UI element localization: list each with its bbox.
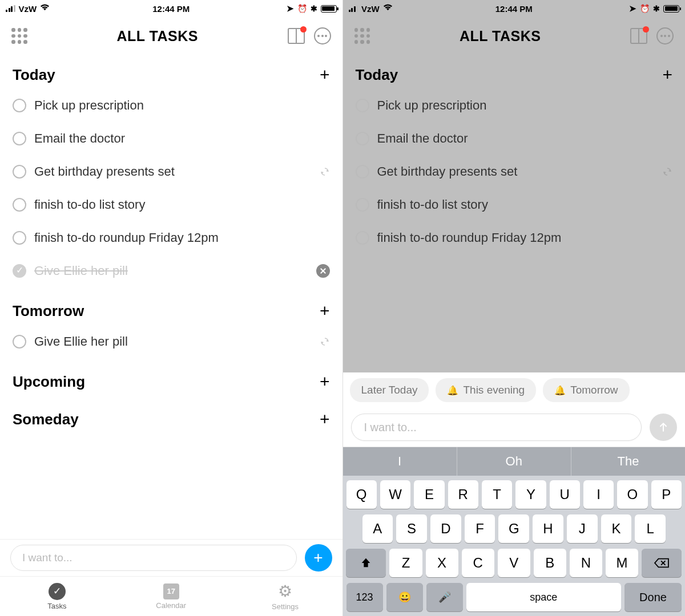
task-text[interactable]: Pick up prescription xyxy=(377,98,673,113)
task-row[interactable]: Get birthday presents set xyxy=(356,155,673,188)
menu-grid-icon[interactable] xyxy=(354,28,370,44)
task-checkbox[interactable] xyxy=(13,165,26,179)
task-checkbox[interactable] xyxy=(356,198,369,212)
key-b[interactable]: B xyxy=(534,549,566,577)
key-r[interactable]: R xyxy=(448,480,478,509)
task-row-completed[interactable]: Give Ellie her pill xyxy=(13,254,330,287)
more-icon[interactable] xyxy=(314,27,331,44)
add-tomorrow-button[interactable]: + xyxy=(320,301,330,321)
add-upcoming-button[interactable]: + xyxy=(320,372,330,391)
key-p[interactable]: P xyxy=(651,480,682,509)
more-icon[interactable] xyxy=(656,27,674,44)
task-text[interactable]: Give Ellie her pill xyxy=(34,334,312,349)
task-text[interactable]: finish to-do roundup Friday 12pm xyxy=(377,230,673,245)
task-checkbox[interactable] xyxy=(13,335,26,348)
chip-tomorrow[interactable]: 🔔Tomorrow xyxy=(543,378,629,402)
tab-calendar[interactable]: 17 Calendar xyxy=(114,577,228,616)
add-someday-button[interactable]: + xyxy=(320,410,330,429)
task-checkbox[interactable] xyxy=(356,231,369,245)
task-row[interactable]: Give Ellie her pill xyxy=(13,325,330,358)
key-j[interactable]: J xyxy=(567,514,598,543)
tab-settings[interactable]: ⚙ Settings xyxy=(228,577,342,616)
key-v[interactable]: V xyxy=(498,549,530,577)
key-o[interactable]: O xyxy=(617,480,647,509)
task-text[interactable]: Get birthday presents set xyxy=(377,164,655,179)
key-w[interactable]: W xyxy=(380,480,410,509)
delete-task-icon[interactable] xyxy=(316,264,330,278)
task-text[interactable]: Pick up prescription xyxy=(34,98,330,113)
key-mic[interactable]: 🎤 xyxy=(426,583,463,611)
menu-grid-icon[interactable] xyxy=(11,28,27,44)
submit-task-button[interactable] xyxy=(650,414,677,441)
key-d[interactable]: D xyxy=(430,514,461,543)
key-k[interactable]: K xyxy=(601,514,632,543)
quick-add-input[interactable]: I want to... xyxy=(10,545,297,571)
key-q[interactable]: Q xyxy=(346,480,377,509)
task-list[interactable]: Today + Pick up prescription Email the d… xyxy=(0,51,342,539)
task-text[interactable]: Give Ellie her pill xyxy=(34,264,308,278)
kb-suggestion[interactable]: I xyxy=(343,447,457,476)
task-input[interactable]: I want to... xyxy=(351,414,642,441)
key-h[interactable]: H xyxy=(533,514,563,543)
task-checkbox[interactable] xyxy=(13,132,26,145)
key-u[interactable]: U xyxy=(550,480,580,509)
task-checkbox-checked[interactable] xyxy=(13,264,26,278)
task-row[interactable]: finish to-do roundup Friday 12pm xyxy=(13,221,330,254)
key-g[interactable]: G xyxy=(498,514,529,543)
key-backspace[interactable] xyxy=(642,549,682,577)
kb-suggestion[interactable]: Oh xyxy=(457,447,571,476)
key-m[interactable]: M xyxy=(606,549,638,577)
add-fab-button[interactable]: + xyxy=(305,544,332,572)
key-c[interactable]: C xyxy=(462,549,494,577)
task-row[interactable]: Email the doctor xyxy=(13,122,330,155)
signal-icon xyxy=(6,5,15,12)
task-row[interactable]: finish to-do roundup Friday 12pm xyxy=(356,221,673,254)
key-y[interactable]: Y xyxy=(515,480,546,509)
task-text[interactable]: Email the doctor xyxy=(377,131,673,146)
tab-label: Tasks xyxy=(47,602,66,610)
map-icon[interactable] xyxy=(630,28,647,44)
key-e[interactable]: E xyxy=(414,480,444,509)
key-i[interactable]: I xyxy=(583,480,614,509)
task-row[interactable]: finish to-do list story xyxy=(356,188,673,221)
key-a[interactable]: A xyxy=(362,514,393,543)
key-l[interactable]: L xyxy=(635,514,666,543)
task-list-dimmed[interactable]: Today + Pick up prescription Email the d… xyxy=(343,51,686,372)
key-shift[interactable] xyxy=(346,549,386,577)
task-checkbox[interactable] xyxy=(13,198,26,212)
add-today-button[interactable]: + xyxy=(662,65,672,84)
task-text[interactable]: Get birthday presents set xyxy=(34,164,312,179)
task-checkbox[interactable] xyxy=(13,99,26,112)
key-123[interactable]: 123 xyxy=(346,583,383,611)
task-checkbox[interactable] xyxy=(356,132,369,145)
key-n[interactable]: N xyxy=(570,549,602,577)
key-done[interactable]: Done xyxy=(624,583,682,611)
task-checkbox[interactable] xyxy=(13,231,26,245)
keyboard[interactable]: I Oh The Q W E R T Y U I O P A S D F xyxy=(343,447,686,616)
task-text[interactable]: Email the doctor xyxy=(34,131,330,146)
task-row[interactable]: Get birthday presents set xyxy=(13,155,330,188)
key-x[interactable]: X xyxy=(426,549,458,577)
add-today-button[interactable]: + xyxy=(320,65,330,84)
task-row[interactable]: Email the doctor xyxy=(356,122,673,155)
task-checkbox[interactable] xyxy=(356,165,369,179)
task-row[interactable]: Pick up prescription xyxy=(356,89,673,122)
key-s[interactable]: S xyxy=(396,514,427,543)
key-f[interactable]: F xyxy=(465,514,495,543)
task-checkbox[interactable] xyxy=(356,99,369,112)
task-text[interactable]: finish to-do list story xyxy=(377,197,673,212)
task-text[interactable]: finish to-do list story xyxy=(34,197,330,212)
key-z[interactable]: Z xyxy=(389,549,422,577)
kb-suggestion[interactable]: The xyxy=(571,447,685,476)
key-space[interactable]: space xyxy=(466,583,622,611)
tab-tasks[interactable]: ✓ Tasks xyxy=(0,577,114,616)
chip-this-evening[interactable]: 🔔This evening xyxy=(436,378,536,402)
chip-later-today[interactable]: Later Today xyxy=(350,378,429,402)
keyboard-row-2: A S D F G H J K L xyxy=(346,514,682,543)
task-row[interactable]: Pick up prescription xyxy=(13,89,330,122)
task-row[interactable]: finish to-do list story xyxy=(13,188,330,221)
task-text[interactable]: finish to-do roundup Friday 12pm xyxy=(34,230,330,245)
key-t[interactable]: T xyxy=(482,480,512,509)
map-icon[interactable] xyxy=(288,28,305,44)
key-emoji[interactable]: 😀 xyxy=(386,583,423,611)
